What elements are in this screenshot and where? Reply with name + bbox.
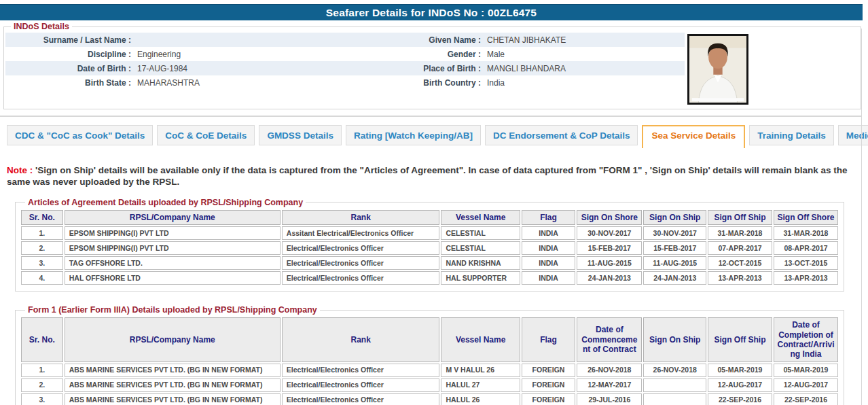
table-cell: 22-SEP-2016 (774, 393, 838, 405)
table-cell: HAL SUPPORTER (441, 271, 520, 285)
field-value: MANGLI BHANDARA (481, 64, 685, 73)
form1-legend: Form 1 (Earlier Form IIIA) Details uploa… (25, 305, 320, 315)
table-row: 1.ABS MARINE SERVICES PVT LTD. (BG IN NE… (21, 364, 838, 377)
table-cell: 1. (21, 226, 63, 240)
table-cell: 3. (21, 393, 63, 405)
table-cell: 24-JAN-2013 (577, 271, 642, 285)
table-cell: FOREIGN (522, 393, 576, 405)
indos-details-panel: INDoS Details Surname / Last Name : Give… (3, 22, 861, 109)
tab-coc-coe-details[interactable]: CoC & CoE Details (157, 125, 255, 145)
column-header: Sr. No. (21, 317, 63, 362)
column-header: Sign On Shore (577, 210, 642, 225)
tab-sea-service-details[interactable]: Sea Service Details (642, 125, 745, 148)
table-cell: 12-AUG-2017 (774, 378, 838, 392)
column-header: Rank (282, 210, 440, 225)
field-label: Gender : (413, 50, 481, 59)
table-cell: CELESTIAL (441, 241, 520, 255)
indos-details-legend: INDoS Details (11, 22, 72, 31)
table-cell: CELESTIAL (441, 226, 520, 240)
indos-fields: Surname / Last Name : Given Name : CHETA… (5, 33, 685, 90)
column-header: Sign On Ship (643, 210, 706, 225)
tab-gmdss-details[interactable]: GMDSS Details (259, 125, 342, 145)
table-row: 2.ABS MARINE SERVICES PVT LTD. (BG IN NE… (21, 378, 838, 392)
table-cell: INDIA (522, 256, 576, 270)
column-header: Flag (522, 210, 576, 225)
table-cell: 12-OCT-2015 (708, 256, 772, 270)
table-cell: 22-SEP-2016 (708, 393, 772, 405)
table-cell: 15-FEB-2017 (643, 241, 706, 255)
column-header: Rank (282, 317, 440, 362)
field-value: CHETAN JIBHAKATE (481, 35, 685, 45)
table-cell: 12-AUG-2017 (708, 378, 772, 392)
table-header-row: Sr. No.RPSL/Company NameRankVessel NameF… (21, 210, 838, 225)
table-cell: 13-APR-2013 (774, 271, 838, 285)
table-cell: 11-AUG-2015 (577, 256, 642, 270)
column-header: Flag (522, 317, 576, 362)
table-cell: 31-MAR-2018 (774, 226, 838, 240)
info-row: Discipline : Engineering Gender : Male (5, 47, 685, 61)
field-label: Birth Country : (413, 78, 481, 88)
table-cell: 13-OCT-2015 (774, 256, 838, 270)
tab-cdc-coc-as-cook-details[interactable]: CDC & "CoC as Cook" Details (7, 125, 153, 145)
column-header: Vessel Name (441, 210, 520, 225)
table-cell: ABS MARINE SERVICES PVT LTD. (BG IN NEW … (65, 378, 281, 392)
table-cell: 2. (21, 378, 63, 392)
table-cell: EPSOM SHIPPING(I) PVT LTD (65, 226, 281, 240)
field-value: Male (481, 50, 685, 59)
table-cell: Electrical/Electronics Officer (282, 256, 440, 270)
table-cell (643, 378, 706, 392)
table-cell: INDIA (522, 241, 576, 255)
table-cell: ABS MARINE SERVICES PVT LTD. (BG IN NEW … (65, 393, 281, 405)
table-cell: 26-NOV-2018 (577, 364, 642, 377)
info-row: Surname / Last Name : Given Name : CHETA… (5, 33, 685, 47)
table-cell: 08-APR-2017 (774, 241, 838, 255)
info-row: Birth State : MAHARASHTRA Birth Country … (5, 75, 685, 90)
column-header: Date of Completion of Contract/Arriving … (774, 317, 838, 362)
form1-table: Sr. No.RPSL/Company NameRankVessel NameF… (20, 316, 839, 405)
table-cell: 3. (21, 256, 63, 270)
column-header: RPSL/Company Name (65, 210, 281, 225)
column-header: Vessel Name (441, 317, 520, 362)
note-label: Note : (7, 165, 33, 175)
field-value: India (481, 78, 685, 88)
table-header-row: Sr. No.RPSL/Company NameRankVessel NameF… (21, 317, 838, 362)
articles-of-agreement-legend: Articles of Agreement Details uploaded b… (25, 198, 306, 207)
tab-rating-watch-keeping-ab[interactable]: Rating [Watch Keeping/AB] (346, 125, 481, 145)
table-cell: ABS MARINE SERVICES PVT LTD. (BG IN NEW … (65, 364, 281, 377)
table-cell: HALUL 27 (441, 378, 520, 392)
table-cell: EPSOM SHIPPING(I) PVT LTD (65, 241, 281, 255)
table-cell: Electrical/Electronics Officer (282, 241, 440, 255)
tab-bar: CDC & "CoC as Cook" Details CoC & CoE De… (7, 125, 868, 148)
page-right-border (861, 29, 862, 405)
column-header: Date of Commencement of Contract (577, 317, 642, 362)
column-header: Sr. No. (21, 210, 63, 225)
table-cell: 26-NOV-2018 (643, 364, 706, 377)
table-cell: 13-APR-2013 (708, 271, 772, 285)
table-row: 1.EPSOM SHIPPING(I) PVT LTDAssitant Elec… (21, 226, 838, 240)
table-cell: 15-FEB-2017 (577, 241, 642, 255)
field-value: MAHARASHTRA (131, 78, 413, 88)
column-header: Sign On Ship (643, 317, 706, 362)
table-cell: FOREIGN (522, 364, 576, 377)
tab-training-details[interactable]: Training Details (749, 125, 834, 145)
table-cell: 2. (21, 241, 63, 255)
table-cell: HALUL 26 (441, 393, 520, 405)
field-label: Discipline : (5, 50, 131, 59)
table-cell: M V HALUL 26 (441, 364, 520, 377)
field-label: Place of Birth : (413, 64, 481, 73)
table-cell: Electrical/Electronics Officer (282, 378, 440, 392)
table-row: 4.HAL OFFSHORE LTDElectrical/Electronics… (21, 271, 838, 285)
tab-medical-fitness-certificate[interactable]: Medical Fitness Certificate (838, 125, 868, 145)
table-cell: INDIA (522, 226, 576, 240)
seafarer-photo (687, 34, 748, 105)
sign-on-ship-note: Note : 'Sign on Ship' details will be av… (7, 165, 849, 188)
table-cell: 05-MAR-2019 (708, 364, 772, 377)
page-title: Seafarer Details for INDoS No : 00ZL6475 (0, 4, 863, 20)
tab-dc-endorsement-cop-details[interactable]: DC Endorsement & CoP Details (485, 125, 638, 145)
table-row: 3.TAG OFFSHORE LTD.Electrical/Electronic… (21, 256, 838, 270)
table-cell: NAND KRISHNA (441, 256, 520, 270)
table-cell: 12-MAY-2017 (577, 378, 642, 392)
table-cell: 29-JUL-2016 (577, 393, 642, 405)
table-cell: Electrical/Electronics Officer (282, 271, 440, 285)
table-row: 3.ABS MARINE SERVICES PVT LTD. (BG IN NE… (21, 393, 838, 405)
